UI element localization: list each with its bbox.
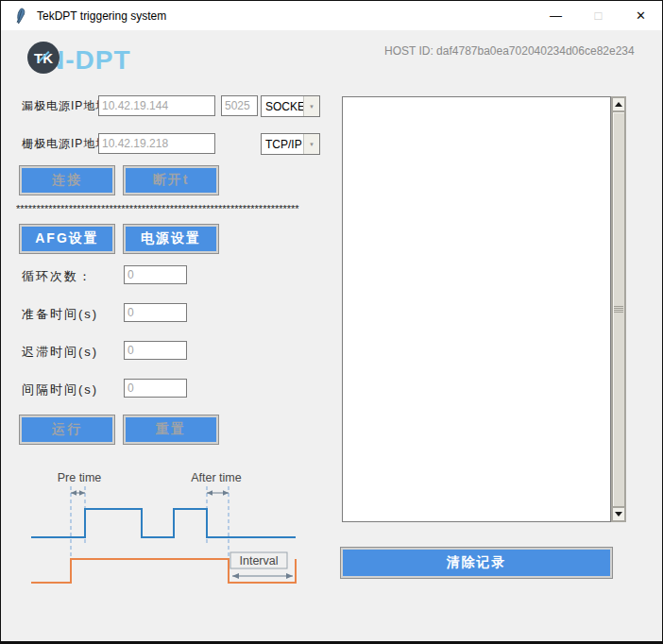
disconnect-button[interactable]: 断开t — [124, 166, 218, 195]
drain-ip-input[interactable] — [98, 95, 215, 116]
clear-log-button[interactable]: 清除记录 — [341, 548, 612, 578]
scrollbar-grip-icon — [614, 306, 623, 313]
power-settings-button[interactable]: 电源设置 — [124, 225, 218, 253]
lag-time-input[interactable] — [124, 341, 187, 360]
host-id-label: HOST ID: daf4787ba0ea702040234d06ce82e23… — [384, 44, 635, 58]
interval-label: Interval — [240, 554, 279, 568]
app-window: TekDPT triggering system — □ ✕ N-DPT TK … — [0, 0, 663, 644]
loop-count-input[interactable] — [124, 265, 187, 284]
client-area: N-DPT TK HOST ID: daf4787ba0ea702040234d… — [1, 30, 662, 641]
minimize-button[interactable]: — — [535, 1, 577, 30]
maximize-button[interactable]: □ — [577, 1, 620, 30]
timing-diagram: Pre time After time Interval — [16, 465, 318, 597]
after-time-label: After time — [191, 471, 242, 484]
separator-stars: ****************************************… — [16, 203, 314, 214]
scrollbar-down-arrow-icon[interactable] — [612, 507, 625, 521]
prepare-time-input[interactable] — [124, 303, 187, 322]
loop-count-label: 循环次数： — [22, 268, 93, 285]
scrollbar-thumb[interactable] — [612, 111, 625, 507]
interval-time-label: 间隔时间(s) — [22, 381, 98, 398]
lag-time-label: 迟滞时间(s) — [22, 344, 98, 361]
afg-settings-button[interactable]: AFG设置 — [20, 225, 114, 253]
chevron-down-icon[interactable]: ▼ — [303, 96, 319, 116]
chevron-down-icon[interactable]: ▼ — [303, 134, 319, 154]
gate-protocol-combobox[interactable]: TCP/IP ▼ — [261, 133, 320, 155]
window-title: TekDPT triggering system — [37, 9, 166, 23]
log-scrollbar[interactable] — [611, 96, 626, 522]
scrollbar-up-arrow-icon[interactable] — [612, 97, 625, 111]
connect-button[interactable]: 连接 — [20, 166, 114, 195]
run-button[interactable]: 运行 — [20, 415, 114, 444]
titlebar[interactable]: TekDPT triggering system — □ ✕ — [1, 1, 662, 30]
pre-time-label: Pre time — [58, 471, 102, 484]
reset-button[interactable]: 重置 — [124, 415, 218, 444]
scrollbar-track[interactable] — [612, 111, 625, 507]
drain-protocol-value: SOCKET — [262, 96, 303, 116]
feather-icon — [12, 8, 27, 25]
log-output[interactable] — [342, 96, 611, 522]
gate-protocol-value: TCP/IP — [262, 134, 303, 154]
close-button[interactable]: ✕ — [620, 1, 662, 30]
drain-protocol-combobox[interactable]: SOCKET ▼ — [261, 95, 320, 117]
gate-ip-input[interactable] — [98, 133, 215, 154]
drain-port-input[interactable] — [221, 95, 258, 116]
interval-time-input[interactable] — [124, 379, 187, 398]
prepare-time-label: 准备时间(s) — [22, 306, 98, 323]
